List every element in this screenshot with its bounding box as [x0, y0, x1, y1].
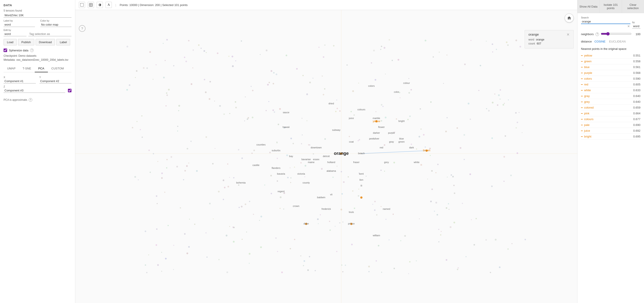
scatter-word[interactable]: purple: [388, 131, 395, 134]
scatter-word[interactable]: colour: [403, 82, 410, 84]
nearest-item[interactable]: colours 0.677: [581, 116, 640, 122]
y-axis-select[interactable]: Component #2: [40, 79, 72, 83]
scatter-word[interactable]: holland: [327, 161, 335, 164]
z-axis-checkbox[interactable]: [68, 89, 72, 92]
scatter-word[interactable]: kent: [359, 172, 364, 175]
scatter-word[interactable]: hawaii: [282, 126, 290, 128]
hover-popup-close[interactable]: [566, 33, 570, 36]
scatter-word[interactable]: named: [383, 208, 390, 210]
scatter-word[interactable]: downtown: [311, 146, 322, 149]
scatter-word[interactable]: county: [303, 181, 310, 184]
sphereize-checkbox[interactable]: [4, 48, 7, 52]
tab-pca[interactable]: PCA: [35, 65, 48, 72]
nearest-item[interactable]: white 0.633: [581, 87, 640, 93]
viz-container[interactable]: colorscolourcolordriedsaucejuicemarbleco…: [75, 10, 577, 303]
scatter-word[interactable]: iii: [360, 184, 362, 187]
color-by-select[interactable]: No color map: [40, 22, 72, 27]
scatter-word[interactable]: coat: [349, 140, 354, 143]
scatter-word[interactable]: bright: [398, 120, 404, 122]
nearest-item[interactable]: blue 0.561: [581, 64, 640, 70]
nearest-item[interactable]: grey 0.640: [581, 99, 640, 105]
scatter-word[interactable]: fraser: [353, 161, 360, 164]
clear-selection-button[interactable]: Clear selection: [622, 0, 644, 13]
search-clear-icon[interactable]: ✕: [627, 24, 630, 28]
scatter-word[interactable]: marble: [373, 117, 380, 119]
scatter-word[interactable]: grey: [384, 161, 389, 164]
label-button[interactable]: Label: [56, 39, 70, 45]
home-button[interactable]: [565, 13, 574, 22]
x-axis-select[interactable]: Component #1: [4, 79, 36, 83]
scatter-word[interactable]: juice: [348, 117, 354, 119]
scatter-word[interactable]: dark: [409, 146, 414, 149]
pca-help-icon[interactable]: ?: [29, 98, 32, 102]
publish-button[interactable]: Publish: [18, 39, 34, 45]
search-input[interactable]: [581, 19, 630, 24]
tensor-select[interactable]: Word2Vec 10K: [4, 13, 72, 17]
scatter-word[interactable]: dried: [328, 102, 334, 105]
neighbors-help-icon[interactable]: ?: [596, 32, 599, 36]
scatter-word[interactable]: william: [372, 234, 380, 237]
scatter-word[interactable]: brown: [423, 149, 430, 152]
scatter-word[interactable]: blue: [399, 137, 404, 140]
night-mode-tool[interactable]: [97, 2, 103, 8]
select-tool[interactable]: [88, 2, 94, 8]
scatter-word[interactable]: frederick: [322, 208, 331, 210]
scatter-word[interactable]: beach: [358, 152, 365, 155]
scatter-word[interactable]: white: [414, 161, 420, 164]
scatter-word[interactable]: subway: [332, 129, 340, 131]
nearest-item[interactable]: gray 0.640: [581, 93, 640, 99]
distance-euclidean[interactable]: EUCLIDEAN: [608, 39, 626, 44]
scatter-word[interactable]: orange: [334, 151, 349, 156]
scatter-word[interactable]: suburbs: [272, 149, 280, 152]
show-all-button[interactable]: Show All Data: [578, 0, 600, 13]
nearest-item[interactable]: purple 0.568: [581, 70, 640, 76]
scatter-word[interactable]: alabama: [326, 170, 336, 172]
scatter-word[interactable]: yellow: [373, 120, 380, 123]
nearest-item[interactable]: red 0.605: [581, 82, 640, 87]
scatter-word[interactable]: darker: [373, 131, 380, 134]
isolate-button[interactable]: Isolate 101 points: [600, 0, 622, 13]
scatter-word[interactable]: peel: [369, 137, 374, 140]
nearest-item[interactable]: juice 0.692: [581, 128, 640, 134]
load-button[interactable]: Load: [4, 39, 17, 45]
scatter-word[interactable]: castile: [252, 164, 260, 166]
scatter-word[interactable]: silver: [374, 137, 380, 140]
nearest-item[interactable]: colored 0.659: [581, 105, 640, 111]
scatter-word[interactable]: crown: [293, 205, 299, 207]
nearest-item[interactable]: pale 0.690: [581, 122, 640, 128]
tab-custom[interactable]: CUSTOM: [48, 65, 68, 72]
scatter-word[interactable]: baldwin: [317, 196, 325, 199]
scatter-word[interactable]: color: [394, 90, 399, 93]
scatter-word[interactable]: regent: [278, 190, 284, 193]
scatter-word[interactable]: duke: [304, 222, 309, 225]
scatter-word[interactable]: vii: [330, 193, 332, 196]
scatter-word[interactable]: detroit: [323, 155, 330, 158]
label-by-select[interactable]: word: [4, 22, 35, 27]
scatter-word[interactable]: flanders: [272, 167, 280, 169]
nearest-item[interactable]: colors 0.590: [581, 76, 640, 82]
sphereize-help-icon[interactable]: ?: [30, 48, 34, 52]
scatter-word[interactable]: essex: [313, 158, 320, 161]
help-button[interactable]: ?: [79, 25, 86, 32]
z-axis-select[interactable]: Component #3: [4, 88, 65, 93]
lasso-tool[interactable]: [79, 2, 85, 8]
nearest-item[interactable]: pink 0.664: [581, 111, 640, 116]
scatter-word[interactable]: green: [398, 140, 404, 143]
distance-cosine[interactable]: COSINE: [594, 39, 606, 44]
scatter-word[interactable]: sauce: [283, 111, 289, 114]
scatter-word[interactable]: prince: [348, 222, 355, 225]
nearest-item[interactable]: green 0.558: [581, 58, 640, 64]
by-select[interactable]: word: [632, 24, 640, 28]
scatter-word[interactable]: red: [380, 146, 383, 149]
nearest-item[interactable]: bright 0.695: [581, 134, 640, 139]
scatter-word[interactable]: counties: [256, 143, 266, 146]
scatter-word[interactable]: bay: [289, 155, 293, 158]
scatter-word[interactable]: lion: [360, 178, 363, 181]
scatter-word[interactable]: maine: [308, 161, 314, 164]
nearest-item[interactable]: yellow 0.551: [581, 53, 640, 58]
scatter-word[interactable]: gray: [389, 140, 394, 143]
neighbors-slider[interactable]: [601, 32, 632, 35]
label-tool[interactable]: A: [106, 2, 112, 8]
tab-tsne[interactable]: T-SNE: [19, 65, 35, 72]
scatter-word[interactable]: victoria: [297, 172, 305, 175]
